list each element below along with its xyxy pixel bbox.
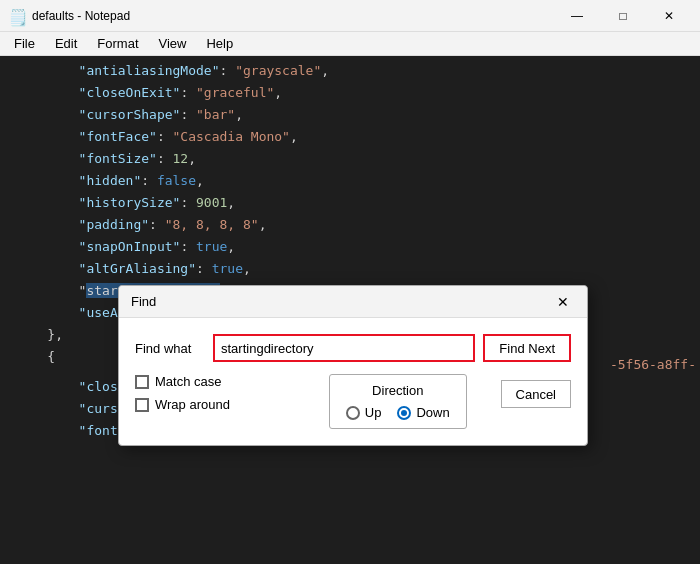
menu-edit[interactable]: Edit (45, 32, 87, 55)
code-line-5: "fontSize": 12, (16, 148, 684, 170)
direction-up-radio[interactable] (346, 406, 360, 420)
wrap-around-label: Wrap around (155, 397, 230, 412)
code-line-4: "fontFace": "Cascadia Mono", (16, 126, 684, 148)
direction-options: Up Down (346, 405, 450, 420)
menu-format[interactable]: Format (87, 32, 148, 55)
direction-up-option[interactable]: Up (346, 405, 382, 420)
options-row: Match case Wrap around Direction (135, 374, 571, 429)
title-bar: 🗒️ defaults - Notepad — □ ✕ (0, 0, 700, 32)
app-icon: 🗒️ (8, 8, 24, 24)
code-line-1: "antialiasingMode": "grayscale", (16, 60, 684, 82)
code-line-9: "snapOnInput": true, (16, 236, 684, 258)
window-controls: — □ ✕ (554, 0, 692, 32)
cutoff-text-1: -5f56-a8ff- (610, 354, 696, 376)
find-dialog: Find ✕ Find what Find Next Match case (118, 285, 588, 446)
dialog-close-button[interactable]: ✕ (551, 290, 575, 314)
menu-view[interactable]: View (149, 32, 197, 55)
code-line-8: "padding": "8, 8, 8, 8", (16, 214, 684, 236)
find-what-row: Find what Find Next (135, 334, 571, 362)
direction-label: Direction (372, 383, 423, 398)
find-next-button[interactable]: Find Next (483, 334, 571, 362)
close-button[interactable]: ✕ (646, 0, 692, 32)
code-line-2: "closeOnExit": "graceful", (16, 82, 684, 104)
direction-up-label: Up (365, 405, 382, 420)
code-line-6: "hidden": false, (16, 170, 684, 192)
match-case-option[interactable]: Match case (135, 374, 295, 389)
find-what-input[interactable] (213, 334, 475, 362)
code-line-3: "cursorShape": "bar", (16, 104, 684, 126)
maximize-button[interactable]: □ (600, 0, 646, 32)
code-line-7: "historySize": 9001, (16, 192, 684, 214)
menu-file[interactable]: File (4, 32, 45, 55)
find-what-label: Find what (135, 341, 205, 356)
cancel-col: Cancel (501, 374, 571, 408)
menu-bar: File Edit Format View Help (0, 32, 700, 56)
menu-help[interactable]: Help (196, 32, 243, 55)
direction-down-radio[interactable] (397, 406, 411, 420)
direction-col: Direction Up Down (307, 374, 489, 429)
direction-down-option[interactable]: Down (397, 405, 449, 420)
dialog-body: Find what Find Next Match case Wrap arou… (119, 318, 587, 445)
dialog-title: Find (131, 294, 551, 309)
checkboxes-col: Match case Wrap around (135, 374, 295, 412)
match-case-checkbox[interactable] (135, 375, 149, 389)
wrap-around-checkbox[interactable] (135, 398, 149, 412)
code-line-10: "altGrAliasing": true, (16, 258, 684, 280)
direction-down-label: Down (416, 405, 449, 420)
match-case-label: Match case (155, 374, 221, 389)
cancel-button[interactable]: Cancel (501, 380, 571, 408)
wrap-around-option[interactable]: Wrap around (135, 397, 295, 412)
window-title: defaults - Notepad (32, 9, 546, 23)
dialog-title-bar: Find ✕ (119, 286, 587, 318)
minimize-button[interactable]: — (554, 0, 600, 32)
